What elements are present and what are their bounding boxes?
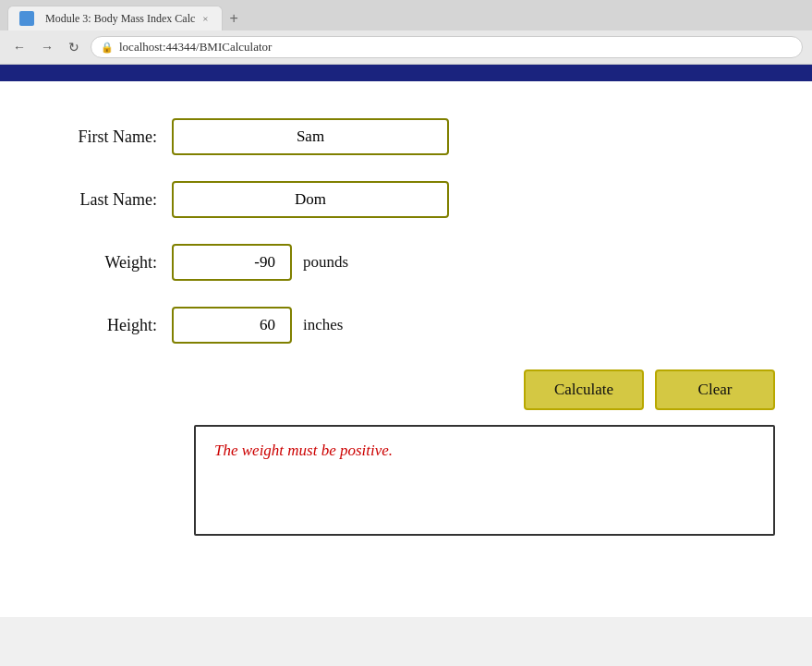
height-label: Height:: [37, 316, 157, 335]
reload-button[interactable]: ↻: [65, 38, 83, 56]
back-button[interactable]: ←: [9, 38, 30, 56]
clear-button[interactable]: Clear: [655, 369, 775, 410]
weight-row: Weight: pounds: [37, 244, 775, 281]
page-content: First Name: Last Name: Weight: pounds He…: [0, 81, 812, 617]
error-message: The weight must be positive.: [214, 442, 393, 459]
active-tab[interactable]: Module 3: Body Mass Index Calc ×: [7, 6, 223, 30]
last-name-label: Last Name:: [37, 190, 157, 210]
forward-button[interactable]: →: [37, 38, 57, 56]
height-row: Height: inches: [37, 307, 775, 344]
weight-input[interactable]: [172, 244, 292, 281]
tab-title: Module 3: Body Mass Index Calc: [45, 12, 195, 26]
last-name-input[interactable]: [172, 181, 449, 218]
new-tab-button[interactable]: +: [223, 11, 246, 26]
bmi-form: First Name: Last Name: Weight: pounds He…: [37, 118, 775, 536]
app-header-bar: [0, 65, 812, 81]
result-box: The weight must be positive.: [194, 425, 775, 536]
last-name-row: Last Name:: [37, 181, 775, 218]
tab-close-button[interactable]: ×: [200, 13, 210, 24]
address-bar[interactable]: 🔒 localhost:44344/BMICalculator: [91, 36, 803, 58]
url-text: localhost:44344/BMICalculator: [119, 40, 272, 54]
address-bar-row: ← → ↻ 🔒 localhost:44344/BMICalculator: [0, 30, 812, 64]
height-input[interactable]: [172, 307, 292, 344]
weight-unit-label: pounds: [303, 253, 348, 272]
lock-icon: 🔒: [101, 42, 114, 54]
buttons-row: Calculate Clear: [37, 369, 775, 410]
first-name-input[interactable]: [172, 118, 449, 155]
weight-label: Weight:: [37, 253, 157, 272]
calculate-button[interactable]: Calculate: [524, 369, 644, 410]
tab-bar: Module 3: Body Mass Index Calc × +: [0, 0, 812, 30]
first-name-label: First Name:: [37, 127, 157, 147]
browser-chrome: Module 3: Body Mass Index Calc × + ← → ↻…: [0, 0, 812, 65]
favicon-icon: [19, 11, 34, 26]
first-name-row: First Name:: [37, 118, 775, 155]
height-unit-label: inches: [303, 316, 343, 334]
